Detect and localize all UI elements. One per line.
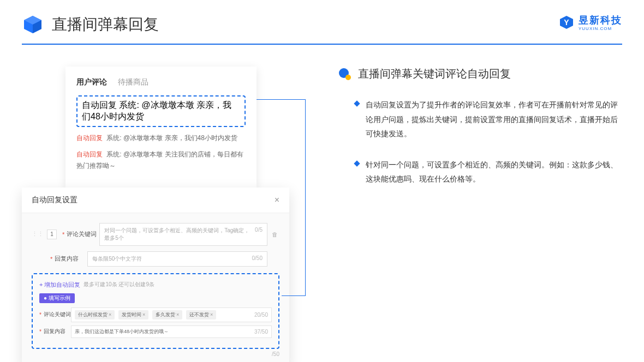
example-content-row: * 回复内容 亲，我们这边都是下单48小时内发货的哦～ 37/50 [39, 325, 272, 338]
keyword-counter: 0/5 [255, 227, 263, 242]
required-dot: * [39, 329, 41, 335]
right-column: 直播间弹幕关键词评论自动回复 自动回复设置为了提升作者的评论回复效率，作者可在开… [295, 67, 622, 362]
bullet-text: 自动回复设置为了提升作者的评论回复效率，作者可在开播前针对常见的评论用户问题，提… [366, 98, 622, 141]
tab-user-comments[interactable]: 用户评论 [76, 77, 107, 87]
example-keyword-input[interactable]: 什么时候发货× 发货时间× 多久发货× 还不发货× 20/50 [71, 307, 272, 322]
brand-logo: Y 昱新科技 YUUXIN.COM [559, 14, 622, 31]
example-content-text: 亲，我们这边都是下单48小时内发货的哦～ [75, 328, 169, 335]
keyword-label: 评论关键词 [67, 230, 99, 238]
comments-tabs: 用户评论 待播商品 [76, 77, 246, 87]
required-dot: * [50, 256, 52, 262]
content-counter: 0/50 [252, 255, 263, 263]
auto-reply-tag: 自动回复 [76, 134, 103, 142]
auto-reply-tag: 自动回复 [82, 100, 117, 110]
cube-icon [22, 14, 44, 35]
example-content-input[interactable]: 亲，我们这边都是下单48小时内发货的哦～ 37/50 [71, 325, 272, 338]
required-dot: * [39, 312, 41, 318]
example-content-counter: 37/50 [254, 329, 268, 335]
add-link-row: + 增加自动回复 最多可建10条 还可以创建9条 [39, 281, 272, 289]
add-hint: 最多可建10条 还可以创建9条 [84, 281, 154, 288]
example-keyword-row: * 评论关键词 什么时候发货× 发货时间× 多久发货× 还不发货× 20/50 [39, 307, 272, 322]
brand-icon: Y [559, 15, 574, 30]
comment-sys: 系统: [106, 134, 121, 142]
close-icon[interactable]: × [275, 195, 279, 205]
bullet-item: 自动回复设置为了提升作者的评论回复效率，作者可在开播前针对常见的评论用户问题，提… [338, 98, 622, 141]
page-header: 直播间弹幕回复 Y 昱新科技 YUUXIN.COM [0, 0, 644, 44]
row-number: 1 [47, 230, 57, 239]
settings-body: ⋮⋮ 1 * 评论关键词 对同一个问题，可设置多个相近、高频的关键词，Tag确定… [22, 213, 289, 362]
brand-sub: YUUXIN.COM [579, 27, 622, 31]
auto-reply-tag: 自动回复 [76, 150, 103, 158]
drag-handle-icon[interactable]: ⋮⋮ [32, 231, 44, 238]
example-keyword-counter: 20/50 [254, 312, 268, 318]
brand-name: 昱新科技 [579, 15, 622, 26]
svg-point-6 [345, 75, 351, 80]
content-label: 回复内容 [55, 255, 87, 263]
header-divider [22, 44, 622, 45]
tag-pill[interactable]: 多久发货× [152, 310, 182, 319]
settings-header: 自动回复设置 × [22, 188, 289, 213]
content-row: * 回复内容 每条限50个中文字符 0/50 🗑 [50, 251, 279, 267]
trash-icon[interactable]: 🗑 [272, 231, 279, 238]
example-dashed-box: + 增加自动回复 最多可建10条 还可以创建9条 ● 填写示例 * 评论关键词 … [32, 273, 279, 349]
chat-bubble-icon [338, 68, 351, 81]
comment-row: 自动回复 系统: @冰墩墩本墩 关注我们的店铺，每日都有热门推荐呦～ [76, 149, 246, 172]
comment-text: @冰墩墩本墩 亲亲，我们48小时内发货 [123, 134, 237, 142]
diamond-bullet-icon [354, 100, 360, 106]
tab-pending-products[interactable]: 待播商品 [118, 77, 148, 87]
bullet-item: 针对同一个问题，可设置多个相近的、高频的关键词。例如：这款多少钱、这块能优惠吗、… [338, 158, 622, 186]
tag-pill[interactable]: 还不发货× [186, 310, 216, 319]
comment-sys: 系统: [119, 100, 139, 110]
settings-title: 自动回复设置 [32, 195, 77, 205]
section-title-row: 直播间弹幕关键词评论自动回复 [338, 67, 622, 81]
comments-card: 用户评论 待播商品 自动回复 系统: @冰墩墩本墩 亲亲，我们48小时内发货 自… [65, 67, 257, 188]
required-dot: * [62, 231, 64, 238]
comment-highlight-row: 自动回复 系统: @冰墩墩本墩 亲亲，我们48小时内发货 [76, 95, 246, 127]
tag-group: 什么时候发货× 发货时间× 多久发货× 还不发货× [75, 310, 218, 319]
tag-pill[interactable]: 什么时候发货× [75, 310, 115, 319]
diamond-bullet-icon [354, 160, 360, 166]
example-badge: ● 填写示例 [39, 293, 75, 303]
tag-pill[interactable]: 发货时间× [118, 310, 148, 319]
bullet-text: 针对同一个问题，可设置多个相近的、高频的关键词。例如：这款多少钱、这块能优惠吗、… [366, 158, 622, 186]
left-column: 用户评论 待播商品 自动回复 系统: @冰墩墩本墩 亲亲，我们48小时内发货 自… [22, 67, 295, 362]
example-keyword-label: 评论关键词 [44, 311, 71, 318]
example-content-label: 回复内容 [44, 328, 71, 335]
keyword-row: ⋮⋮ 1 * 评论关键词 对同一个问题，可设置多个相近、高频的关键词，Tag确定… [32, 223, 279, 246]
content-input[interactable]: 每条限50个中文字符 0/50 [87, 251, 267, 267]
add-auto-reply-link[interactable]: + 增加自动回复 [39, 281, 80, 289]
settings-card: 自动回复设置 × ⋮⋮ 1 * 评论关键词 对同一个问题，可设置多个相近、高频的… [22, 188, 289, 362]
page-title: 直播间弹幕回复 [52, 14, 159, 35]
keyword-input[interactable]: 对同一个问题，可设置多个相近、高频的关键词，Tag确定，最多5个 0/5 [99, 223, 267, 246]
comment-sys: 系统: [106, 150, 121, 158]
svg-text:Y: Y [564, 18, 569, 27]
comment-row: 自动回复 系统: @冰墩墩本墩 亲亲，我们48小时内发货 [76, 132, 246, 144]
section-title: 直播间弹幕关键词评论自动回复 [358, 67, 511, 81]
keyword-placeholder: 对同一个问题，可设置多个相近、高频的关键词，Tag确定，最多5个 [104, 227, 255, 242]
content-placeholder: 每条限50个中文字符 [92, 255, 142, 263]
outer-counter: /50 [32, 351, 279, 357]
